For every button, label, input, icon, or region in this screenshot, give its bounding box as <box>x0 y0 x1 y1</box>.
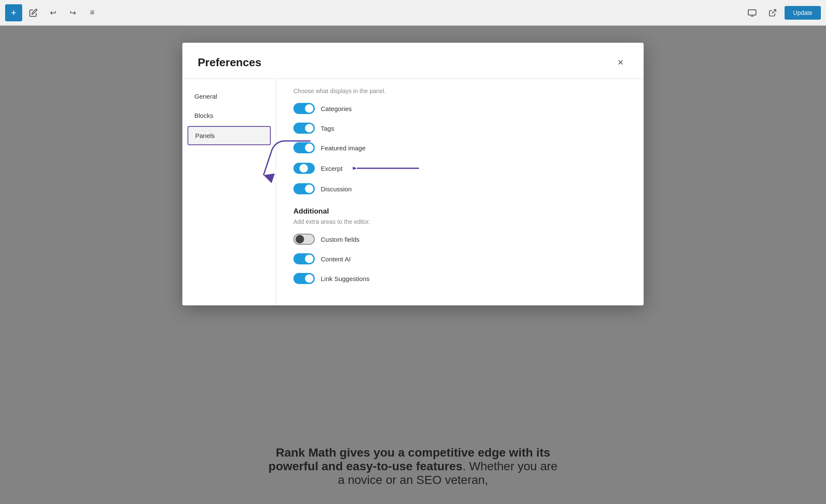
sidebar-item-blocks[interactable]: Blocks <box>187 107 271 124</box>
content-ai-toggle-row: Content AI <box>293 253 627 264</box>
close-button[interactable]: × <box>613 55 628 70</box>
sidebar-item-general[interactable]: General <box>187 88 271 105</box>
categories-toggle-row: Categories <box>293 103 627 114</box>
panels-subtitle: Choose what displays in the panel. <box>293 88 627 94</box>
modal-header: Preferences × <box>182 43 644 79</box>
custom-fields-toggle-row: Custom fields <box>293 234 627 245</box>
link-suggestions-toggle-row: Link Suggestions <box>293 273 627 284</box>
content-ai-label: Content AI <box>321 255 351 263</box>
discussion-toggle-row: Discussion <box>293 183 627 194</box>
content-ai-toggle[interactable] <box>293 253 315 264</box>
additional-desc: Add extra areas to the editor. <box>293 218 627 225</box>
categories-label: Categories <box>321 105 352 112</box>
tags-label: Tags <box>321 125 334 132</box>
svg-line-3 <box>772 9 776 13</box>
custom-fields-toggle[interactable] <box>293 234 315 245</box>
external-button[interactable] <box>764 4 781 21</box>
redo-button[interactable]: ↪ <box>64 4 81 21</box>
modal-content: Choose what displays in the panel. Categ… <box>276 79 644 305</box>
excerpt-arrow <box>353 162 421 175</box>
discussion-toggle[interactable] <box>293 183 315 194</box>
modal-sidebar: General Blocks Panels <box>182 79 276 305</box>
link-suggestions-label: Link Suggestions <box>321 275 369 282</box>
add-button[interactable]: + <box>5 4 22 21</box>
modal-body: General Blocks Panels Choose what displa… <box>182 79 644 305</box>
preview-button[interactable] <box>744 4 761 21</box>
svg-rect-0 <box>748 9 756 15</box>
discussion-label: Discussion <box>321 185 352 193</box>
custom-fields-label: Custom fields <box>321 236 360 243</box>
undo-button[interactable]: ↩ <box>44 4 62 21</box>
edit-button[interactable] <box>25 4 42 21</box>
sidebar-item-panels[interactable]: Panels <box>187 126 271 145</box>
excerpt-toggle-row: Excerpt <box>293 162 627 175</box>
link-suggestions-toggle[interactable] <box>293 273 315 284</box>
excerpt-label: Excerpt <box>321 165 343 172</box>
additional-heading: Additional <box>293 207 627 216</box>
preferences-modal: Preferences × General Blocks Panels Choo… <box>182 43 644 305</box>
toolbar: + ↩ ↪ ≡ Update <box>0 0 826 26</box>
featured-image-toggle-row: Featured image <box>293 142 627 153</box>
modal-overlay: Preferences × General Blocks Panels Choo… <box>0 26 826 504</box>
menu-button[interactable]: ≡ <box>84 4 101 21</box>
featured-image-label: Featured image <box>321 144 366 152</box>
toolbar-right: Update <box>744 4 821 21</box>
featured-image-toggle[interactable] <box>293 142 315 153</box>
modal-title: Preferences <box>198 56 261 69</box>
additional-section: Additional Add extra areas to the editor… <box>293 207 627 284</box>
categories-toggle[interactable] <box>293 103 315 114</box>
tags-toggle-row: Tags <box>293 123 627 134</box>
tags-toggle[interactable] <box>293 123 315 134</box>
update-button[interactable]: Update <box>785 6 821 20</box>
excerpt-toggle[interactable] <box>293 163 315 174</box>
